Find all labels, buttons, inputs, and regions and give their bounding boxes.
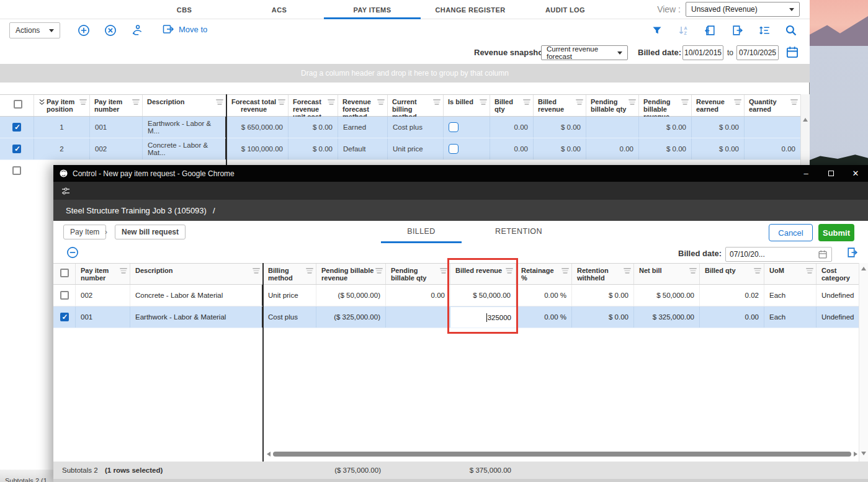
is-billed-checkbox[interactable]	[449, 144, 459, 154]
column-header-billed-revenue[interactable]: Billed revenue	[450, 264, 516, 284]
filter-icon[interactable]	[375, 268, 383, 274]
group-by-bar[interactable]: Drag a column header and drop it here to…	[0, 64, 810, 83]
column-header-uom[interactable]: UoM	[764, 264, 817, 284]
search-icon[interactable]	[784, 24, 798, 37]
remove-row-icon[interactable]	[66, 246, 79, 261]
filter-icon[interactable]	[681, 99, 689, 105]
calendar-icon[interactable]	[818, 249, 828, 259]
column-header-billed-qty[interactable]: Billed qty	[490, 95, 534, 116]
filter-icon[interactable]	[754, 268, 761, 274]
column-header-pending-billable-revenue[interactable]: Pending billable revenue	[639, 95, 692, 116]
table-row[interactable]: 2 002 Concrete - Labor & Mat... $ 100,00…	[0, 138, 800, 160]
column-header-revenue-earned[interactable]: Revenue earned	[692, 95, 745, 116]
row-checkbox[interactable]	[12, 166, 21, 175]
close-button[interactable]: ✕	[843, 165, 868, 182]
filter-icon[interactable]	[790, 99, 798, 105]
table-row[interactable]: 002 Concrete - Labor & Material Unit pri…	[53, 285, 868, 306]
tab-retention[interactable]: RETENTION	[485, 221, 553, 242]
column-header-net-bill[interactable]: Net bill	[634, 264, 700, 284]
column-header-pending-billable-qty[interactable]: Pending billable qty	[386, 264, 450, 284]
select-all-header[interactable]	[0, 95, 34, 116]
expand-levels-icon[interactable]	[758, 24, 771, 37]
maximize-button[interactable]	[818, 165, 843, 182]
tab-billed[interactable]: BILLED	[381, 221, 462, 242]
filter-icon[interactable]	[253, 268, 260, 274]
filter-icon[interactable]	[79, 99, 87, 105]
filter-icon[interactable]	[433, 99, 441, 105]
scroll-up-arrow[interactable]	[803, 118, 808, 122]
scroll-up-arrow[interactable]	[861, 267, 866, 270]
filter-icon[interactable]	[576, 99, 583, 105]
scroll-left-arrow[interactable]	[267, 452, 271, 457]
copy-date-icon[interactable]	[846, 246, 858, 261]
row-checkbox[interactable]	[60, 291, 69, 300]
scroll-down-arrow[interactable]	[861, 452, 866, 455]
tab-change-register[interactable]: CHANGE REGISTER	[422, 0, 519, 19]
breadcrumb-pay-item[interactable]: Pay Item	[63, 225, 106, 239]
column-header-description[interactable]: Description	[130, 264, 263, 284]
horizontal-scrollbar[interactable]	[267, 450, 857, 458]
billed-date-input[interactable]: 07/10/20...	[725, 247, 832, 262]
column-header-current-billing-method[interactable]: Current billing method	[388, 95, 444, 116]
row-checkbox[interactable]	[12, 145, 21, 153]
calendar-icon[interactable]	[785, 45, 799, 62]
column-header-billed-qty[interactable]: Billed qty	[700, 264, 764, 284]
column-header-billing-method[interactable]: Billing method	[263, 264, 316, 284]
billed-date-from-input[interactable]: 10/01/2015	[682, 45, 723, 60]
submit-button[interactable]: Submit	[818, 224, 854, 241]
tab-audit-log[interactable]: AUDIT LOG	[517, 0, 614, 19]
filter-icon[interactable]	[689, 268, 697, 274]
filter-icon[interactable]	[650, 24, 664, 37]
tab-pay-items[interactable]: PAY ITEMS	[324, 0, 421, 19]
filter-icon[interactable]	[120, 268, 127, 274]
column-header-description[interactable]: Description	[143, 95, 226, 116]
table-row[interactable]: 1 001 Earthwork - Labor & M... $ 650,000…	[0, 117, 800, 138]
filter-icon[interactable]	[624, 268, 631, 274]
filter-icon[interactable]	[734, 99, 741, 105]
filter-icon[interactable]	[278, 99, 285, 105]
filter-icon[interactable]	[523, 99, 530, 105]
filter-icon[interactable]	[806, 268, 813, 274]
filter-icon[interactable]	[306, 268, 313, 274]
cancel-button[interactable]: Cancel	[769, 224, 813, 241]
move-to-button[interactable]: Move to	[163, 24, 207, 35]
filter-icon[interactable]	[480, 99, 487, 105]
column-header-is-billed[interactable]: Is billed	[444, 95, 490, 116]
select-all-checkbox[interactable]	[60, 269, 69, 277]
minimize-button[interactable]: –	[794, 165, 818, 182]
column-header-pay-item-number[interactable]: Pay item number	[76, 264, 130, 284]
filter-icon[interactable]	[440, 268, 447, 274]
tab-cbs[interactable]: CBS	[136, 0, 233, 19]
filter-icon[interactable]	[506, 268, 513, 274]
select-all-header[interactable]	[53, 264, 76, 284]
sort-az-icon[interactable]: AZ	[677, 24, 691, 37]
column-header-pending-billable-qty[interactable]: Pending billable qty	[586, 95, 639, 116]
scrollbar-thumb[interactable]	[273, 452, 851, 457]
scroll-right-arrow[interactable]	[854, 452, 857, 457]
filter-icon[interactable]	[629, 99, 636, 105]
tab-acs[interactable]: ACS	[231, 0, 328, 19]
delete-pay-item-icon[interactable]	[104, 24, 117, 37]
column-header-quantity-earned[interactable]: Quantity earned	[745, 95, 800, 116]
column-header-billed-revenue[interactable]: Billed revenue	[534, 95, 586, 116]
copy-from-icon[interactable]	[704, 24, 717, 37]
add-pay-item-icon[interactable]	[77, 24, 91, 37]
column-header-forecast-total-revenue[interactable]: Forecast total revenue	[226, 95, 289, 116]
filter-icon[interactable]	[216, 99, 223, 105]
billed-date-to-input[interactable]: 07/10/2025	[736, 45, 779, 60]
filter-icon[interactable]	[562, 268, 569, 274]
column-header-pay-item-number[interactable]: Pay item number	[90, 95, 143, 116]
tune-icon[interactable]	[61, 186, 71, 196]
select-all-checkbox[interactable]	[14, 100, 22, 109]
assign-icon[interactable]	[130, 24, 144, 37]
copy-to-icon[interactable]	[730, 24, 744, 37]
revenue-snapshot-dropdown[interactable]: Current revenue forecast	[541, 45, 628, 60]
is-billed-checkbox[interactable]	[449, 122, 459, 132]
column-header-revenue-forecast-method[interactable]: Revenue forecast method	[338, 95, 388, 116]
row-checkbox[interactable]	[60, 313, 69, 321]
breadcrumb-new-bill-request[interactable]: New bill request	[115, 225, 186, 239]
window-titlebar[interactable]: Control - New pay item request - Google …	[53, 165, 868, 182]
row-checkbox[interactable]	[12, 123, 21, 132]
filter-icon[interactable]	[132, 99, 140, 105]
column-header-pay-item-position[interactable]: Pay item position	[34, 95, 90, 116]
